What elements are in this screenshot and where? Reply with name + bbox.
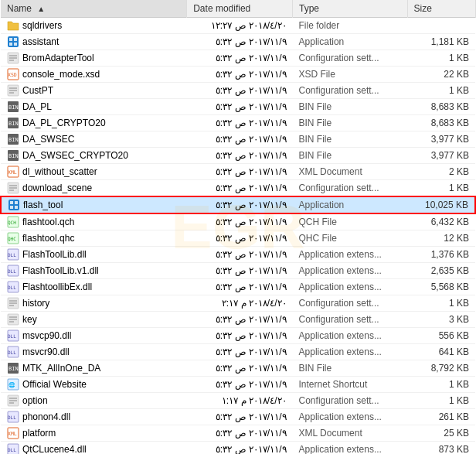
table-row[interactable]: DLLmsvcp90.dll٢٠١٧/١١/٩ ص ٥:٣٢Applicatio…: [1, 328, 475, 344]
svg-text:XML: XML: [8, 169, 17, 176]
column-header-size[interactable]: Size: [407, 0, 475, 18]
dll-icon: DLL: [7, 346, 19, 358]
file-size-cell: 1 KB: [407, 393, 475, 409]
table-row[interactable]: flash_tool٢٠١٧/١١/٩ ص ٥:٣٢Application10,…: [1, 196, 475, 213]
table-row[interactable]: history٢٠١٨/٤/٢٠ م ٢:١٧Configuration set…: [1, 295, 475, 312]
file-date-cell: ٢٠١٧/١١/٩ ص ٥:٣٢: [187, 180, 293, 197]
file-type-cell: Configuration sett...: [293, 50, 408, 67]
file-date-cell: ٢٠١٧/١١/٩ ص ٥:٣٢: [187, 50, 293, 67]
file-name-cell: DLLFlashToolLib.dll: [1, 247, 187, 263]
table-row[interactable]: DLLFlashToolLib.v1.dll٢٠١٧/١١/٩ ص ٥:٣٢Ap…: [1, 263, 475, 279]
file-type-cell: Application: [293, 34, 408, 50]
table-row[interactable]: QCHflashtool.qch٢٠١٧/١١/٩ ص ٥:٣٢QCH File…: [1, 213, 475, 230]
table-row[interactable]: DLLphonon4.dll٢٠١٧/١١/٩ ص ٥:٣٢Applicatio…: [1, 409, 475, 425]
file-name-text: dl_without_scatter: [22, 166, 97, 177]
shortcut-icon: 🌐: [7, 378, 19, 391]
table-row[interactable]: XMLplatform٢٠١٧/١١/٩ ص ٥:٣٢XML Document2…: [1, 425, 475, 442]
file-type-cell: Application: [293, 196, 408, 213]
table-row[interactable]: DLLFlashtoollibEx.dll٢٠١٧/١١/٩ ص ٥:٣٢App…: [1, 279, 475, 295]
svg-text:🌐: 🌐: [8, 381, 15, 388]
file-date-cell: ٢٠١٧/١١/٩ ص ٥:٣٢: [187, 360, 293, 377]
table-row[interactable]: BromAdapterTool٢٠١٧/١١/٩ ص ٥:٣٢Configura…: [1, 50, 475, 67]
table-row[interactable]: QHCflashtool.qhc٢٠١٧/١١/٩ ص ٥:٣٢QHC File…: [1, 230, 475, 247]
table-row[interactable]: BINDA_SWSEC٢٠١٧/١١/٩ ص ٥:٣٢BIN File3,977…: [1, 131, 475, 148]
file-name-text: console_mode.xsd: [22, 69, 100, 80]
file-name-cell: QCHflashtool.qch: [1, 213, 187, 230]
file-type-cell: Configuration sett...: [293, 83, 408, 99]
table-row[interactable]: assistant٢٠١٧/١١/٩ ص ٥:٣٢Application1,18…: [1, 34, 475, 50]
svg-text:QCH: QCH: [8, 220, 16, 225]
dll-icon: DLL: [7, 265, 19, 277]
file-size-cell: 6,432 KB: [407, 213, 475, 230]
file-name-text: DA_SWSEC_CRYPTO20: [22, 150, 128, 161]
file-name-text: QtCLucene4.dll: [22, 444, 87, 454]
file-name-text: FlashToolLib.v1.dll: [22, 265, 99, 276]
file-date-cell: ٢٠١٧/١١/٩ ص ٥:٣٢: [187, 164, 293, 180]
file-date-cell: ٢٠١٧/١١/٩ ص ٥:٣٢: [187, 442, 293, 455]
config-icon: [7, 182, 19, 194]
file-name-cell: BINMTK_AllInOne_DA: [1, 360, 187, 377]
file-type-cell: Application extens...: [293, 263, 408, 279]
app-icon: [7, 36, 19, 48]
file-name-text: assistant: [22, 36, 59, 47]
table-row[interactable]: DLLQtCLucene4.dll٢٠١٧/١١/٩ ص ٥:٣٢Applica…: [1, 442, 475, 455]
file-type-cell: XML Document: [293, 164, 408, 180]
file-name-text: download_scene: [22, 183, 92, 193]
xml-icon: XML: [7, 166, 19, 178]
file-type-cell: QHC File: [293, 230, 408, 247]
file-name-cell: option: [1, 393, 187, 409]
svg-text:BIN: BIN: [8, 137, 19, 143]
config-icon: [7, 297, 19, 309]
table-row[interactable]: option٢٠١٨/٤/٢٠ م ١:١٧Configuration sett…: [1, 393, 475, 409]
file-size-cell: 641 KB: [407, 344, 475, 360]
column-header-name[interactable]: Name ▲: [1, 0, 187, 18]
file-name-text: DA_PL_CRYPTO20: [22, 118, 106, 128]
file-name-text: option: [22, 395, 48, 406]
table-row[interactable]: BINDA_SWSEC_CRYPTO20٢٠١٧/١١/٩ ص ٥:٣٢BIN …: [1, 148, 475, 164]
file-name-cell: BINDA_SWSEC: [1, 131, 187, 148]
table-row[interactable]: 🌐Official Website٢٠١٧/١١/٩ ص ٥:٣٢Interne…: [1, 377, 475, 393]
table-row[interactable]: sqldrivers٢٠١٨/٤/٢٠ ص ١٢:٢٧File folder: [1, 18, 475, 34]
file-type-cell: Internet Shortcut: [293, 377, 408, 393]
file-name-cell: DLLFlashtoollibEx.dll: [1, 279, 187, 295]
file-name-text: MTK_AllInOne_DA: [22, 363, 100, 374]
file-date-cell: ٢٠١٧/١١/٩ ص ٥:٣٢: [187, 377, 293, 393]
dll-icon: DLL: [7, 248, 19, 261]
table-row[interactable]: key٢٠١٧/١١/٩ ص ٥:٣٢Configuration sett...…: [1, 312, 475, 328]
svg-text:XSD: XSD: [8, 72, 17, 78]
svg-rect-3: [9, 43, 12, 46]
app-icon: [8, 199, 20, 211]
file-name-text: key: [22, 314, 37, 325]
column-header-type[interactable]: Type: [293, 0, 408, 18]
table-row[interactable]: XSDconsole_mode.xsd٢٠١٧/١١/٩ ص ٥:٣٢XSD F…: [1, 67, 475, 83]
sort-arrow-name: ▲: [37, 5, 45, 13]
table-row[interactable]: DLLFlashToolLib.dll٢٠١٧/١١/٩ ص ٥:٣٢Appli…: [1, 247, 475, 263]
file-size-cell: 1 KB: [407, 180, 475, 197]
svg-text:DLL: DLL: [8, 285, 16, 290]
table-row[interactable]: BINDA_PL_CRYPTO20٢٠١٧/١١/٩ ص ٥:٣٢BIN Fil…: [1, 115, 475, 131]
file-date-cell: ٢٠١٧/١١/٩ ص ٥:٣٢: [187, 263, 293, 279]
file-name-text: DA_PL: [22, 101, 52, 112]
file-date-cell: ٢٠١٨/٤/٢٠ م ٢:١٧: [187, 295, 293, 312]
column-header-date[interactable]: Date modified: [187, 0, 293, 18]
file-date-cell: ٢٠١٧/١١/٩ ص ٥:٣٢: [187, 312, 293, 328]
svg-text:BIN: BIN: [8, 153, 19, 159]
file-name-cell: 🌐Official Website: [1, 377, 187, 393]
table-row[interactable]: BINMTK_AllInOne_DA٢٠١٧/١١/٩ ص ٥:٣٢BIN Fi…: [1, 360, 475, 377]
file-type-cell: Configuration sett...: [293, 295, 408, 312]
file-size-cell: 3,977 KB: [407, 148, 475, 164]
file-name-cell: BINDA_PL: [1, 99, 187, 115]
file-date-cell: ٢٠١٧/١١/٩ ص ٥:٣٢: [187, 196, 293, 213]
table-row[interactable]: download_scene٢٠١٧/١١/٩ ص ٥:٣٢Configurat…: [1, 180, 475, 197]
file-date-cell: ٢٠١٨/٤/٢٠ ص ١٢:٢٧: [187, 18, 293, 34]
file-name-cell: BINDA_SWSEC_CRYPTO20: [1, 148, 187, 164]
table-row[interactable]: XMLdl_without_scatter٢٠١٧/١١/٩ ص ٥:٣٢XML…: [1, 164, 475, 180]
file-type-cell: BIN File: [293, 115, 408, 131]
table-row[interactable]: CustPT٢٠١٧/١١/٩ ص ٥:٣٢Configuration sett…: [1, 83, 475, 99]
config-icon: [7, 52, 19, 64]
table-row[interactable]: BINDA_PL٢٠١٧/١١/٩ ص ٥:٣٢BIN File8,683 KB: [1, 99, 475, 115]
table-row[interactable]: DLLmsvcr90.dll٢٠١٧/١١/٩ ص ٥:٣٢Applicatio…: [1, 344, 475, 360]
file-name-text: sqldrivers: [22, 20, 62, 31]
file-date-cell: ٢٠١٧/١١/٩ ص ٥:٣٢: [187, 131, 293, 148]
file-name-text: flashtool.qch: [22, 217, 74, 227]
